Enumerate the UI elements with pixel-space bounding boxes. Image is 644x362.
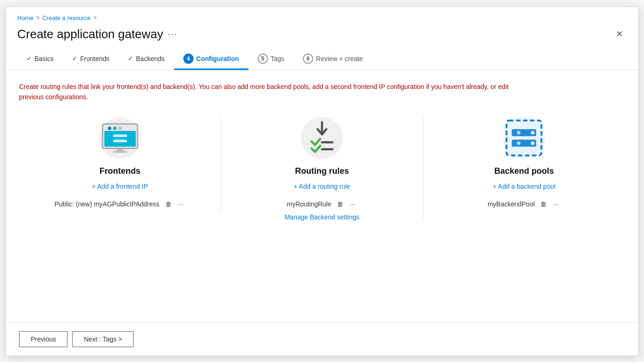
- svg-rect-6: [113, 135, 127, 137]
- tab-basics[interactable]: ✓ Basics: [17, 50, 63, 68]
- add-backend-pool-link[interactable]: + Add a backend pool: [493, 183, 556, 190]
- tab-review[interactable]: 6 Review + create: [294, 49, 372, 70]
- manage-backend-settings-link[interactable]: Manage Backend settings: [284, 213, 359, 221]
- page-title: Create application gateway: [17, 27, 163, 41]
- backend-icon-circle: [503, 117, 545, 159]
- routing-rule-item-label: myRoutingRule: [287, 200, 331, 208]
- frontends-column: Frontends + Add a frontend IP Public: (n…: [19, 117, 221, 212]
- title-left: Create application gateway ···: [17, 27, 178, 41]
- previous-button[interactable]: Previous: [19, 331, 67, 347]
- frontend-more-button[interactable]: ···: [176, 199, 186, 209]
- svg-point-19: [517, 131, 521, 135]
- svg-point-20: [517, 142, 521, 145]
- routing-icon-circle: [301, 117, 343, 159]
- routing-rule-delete-button[interactable]: 🗑: [335, 199, 345, 209]
- routing-icon: [301, 117, 343, 159]
- svg-rect-1: [104, 131, 136, 147]
- tab-backends[interactable]: ✓ Backends: [119, 50, 174, 68]
- dialog-footer: Previous Next : Tags >: [6, 322, 638, 355]
- tab-configuration-num: 4: [183, 54, 194, 64]
- more-options-icon[interactable]: ···: [168, 29, 178, 39]
- tab-frontends[interactable]: ✓ Frontends: [63, 50, 119, 68]
- backend-pool-item-label: myBackendPool: [488, 200, 535, 208]
- tab-configuration-label: Configuration: [196, 55, 239, 62]
- add-routing-rule-link[interactable]: + Add a routing rule: [294, 183, 350, 190]
- svg-point-5: [118, 127, 122, 130]
- tab-tags-num: 5: [258, 54, 268, 64]
- add-frontend-ip-link[interactable]: + Add a frontend IP: [92, 183, 148, 190]
- columns-container: Frontends + Add a frontend IP Public: (n…: [19, 117, 625, 221]
- breadcrumb-sep1: >: [36, 14, 40, 21]
- tab-configuration[interactable]: 4 Configuration: [174, 49, 248, 70]
- svg-rect-14: [507, 121, 542, 156]
- frontends-icon-circle: [99, 117, 141, 159]
- backend-pools-column: Backend pools + Add a backend pool myBac…: [423, 117, 625, 212]
- backend-pools-column-title: Backend pools: [494, 166, 554, 176]
- breadcrumb-home[interactable]: Home: [17, 14, 34, 21]
- routing-rules-column-title: Routing rules: [295, 166, 349, 176]
- tab-review-num: 6: [303, 54, 313, 64]
- tab-frontends-check: ✓: [72, 55, 77, 62]
- svg-point-3: [107, 127, 111, 130]
- svg-point-4: [113, 127, 117, 130]
- tab-backends-check: ✓: [128, 55, 133, 62]
- frontend-item-row: Public: (new) myAGPublicIPAddress 🗑 ···: [28, 199, 211, 209]
- tabs-container: ✓ Basics ✓ Frontends ✓ Backends 4 Config…: [17, 49, 627, 70]
- tab-basics-label: Basics: [34, 55, 54, 62]
- frontend-delete-button[interactable]: 🗑: [163, 199, 174, 209]
- frontends-icon: [99, 117, 141, 159]
- tab-frontends-label: Frontends: [80, 55, 109, 62]
- breadcrumb: Home > Create a resource >: [17, 14, 627, 21]
- svg-point-18: [531, 142, 535, 145]
- frontends-column-title: Frontends: [100, 166, 141, 176]
- tab-tags-label: Tags: [271, 55, 285, 62]
- svg-rect-9: [113, 151, 127, 153]
- routing-rule-item-actions: 🗑 ···: [335, 199, 357, 209]
- breadcrumb-sep2: >: [94, 14, 97, 21]
- dialog-header: Home > Create a resource > Create applic…: [6, 7, 638, 70]
- frontend-item-label: Public: (new) myAGPublicIPAddress: [54, 200, 159, 208]
- info-text: Create routing rules that link your fron…: [19, 82, 531, 102]
- backend-pool-more-button[interactable]: ···: [551, 199, 561, 209]
- backend-icon: [503, 117, 545, 159]
- svg-rect-7: [113, 140, 127, 143]
- title-row: Create application gateway ··· ✕: [17, 27, 627, 41]
- routing-rule-item-row: myRoutingRule 🗑 ···: [230, 199, 413, 209]
- tab-review-label: Review + create: [316, 55, 363, 62]
- dialog-body: Create routing rules that link your fron…: [6, 70, 638, 322]
- backend-pool-delete-button[interactable]: 🗑: [538, 199, 549, 209]
- tab-basics-check: ✓: [27, 55, 32, 62]
- tab-backends-label: Backends: [136, 55, 164, 62]
- breadcrumb-create-resource[interactable]: Create a resource: [42, 14, 91, 21]
- close-button[interactable]: ✕: [612, 27, 627, 41]
- backend-pool-item-row: myBackendPool 🗑 ···: [433, 199, 616, 209]
- routing-rules-column: Routing rules + Add a routing rule myRou…: [221, 117, 423, 221]
- create-application-gateway-dialog: Home > Create a resource > Create applic…: [6, 7, 638, 356]
- svg-point-17: [531, 131, 535, 135]
- next-tags-button[interactable]: Next : Tags >: [72, 331, 134, 347]
- backend-pool-item-actions: 🗑 ···: [538, 199, 561, 209]
- routing-rule-more-button[interactable]: ···: [348, 199, 357, 209]
- frontend-item-actions: 🗑 ···: [163, 199, 186, 209]
- tab-tags[interactable]: 5 Tags: [248, 49, 294, 70]
